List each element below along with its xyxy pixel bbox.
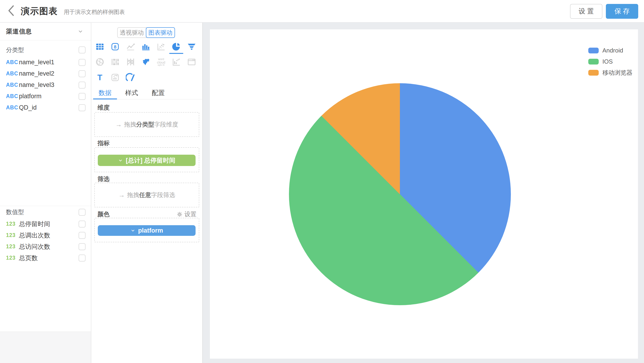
tab-data[interactable]: 数据: [93, 86, 117, 99]
chevron-down-icon: [78, 28, 84, 34]
tab-chart-driven[interactable]: 图表驱动: [146, 27, 175, 38]
settings-button[interactable]: 设 置: [570, 4, 602, 19]
back-button[interactable]: [4, 4, 18, 18]
sidebar-fields: 渠道信息 分类型 ABC name_level1 ABC name_level2…: [0, 23, 91, 363]
chart-type-combo-chart-icon[interactable]: [171, 56, 182, 68]
measure-dropzone[interactable]: [总计] 总停留时间: [94, 147, 199, 172]
chart-type-gauge-chart-icon[interactable]: [125, 72, 136, 83]
filter-label: 筛选: [98, 175, 110, 183]
filter-dropzone[interactable]: → 拖拽任意字段筛选: [94, 183, 199, 208]
arrow-right-icon: →: [115, 121, 122, 128]
categorical-select-all-checkbox[interactable]: [78, 46, 86, 54]
field-type-badge: ABC: [6, 82, 18, 88]
measure-pill-label: [总计] 总停留时间: [126, 156, 175, 164]
chart-type-kline-chart-icon[interactable]: [125, 56, 136, 68]
legend-swatch: [588, 59, 599, 64]
field-row-qd-id[interactable]: ABC QD_id: [0, 102, 91, 113]
chart-type-scatter-chart-icon[interactable]: [156, 41, 167, 52]
page-subtitle: 用于演示文档的样例图表: [64, 8, 125, 16]
field-row-total-visits[interactable]: 123 总访问次数: [0, 241, 91, 252]
field-row-total-callout[interactable]: 123 总调出次数: [0, 230, 91, 241]
chart-type-indicator-card-icon[interactable]: 8: [110, 41, 121, 52]
color-dropzone[interactable]: platform: [94, 218, 199, 242]
measure-pill[interactable]: [总计] 总停留时间: [98, 155, 196, 166]
chart-type-line-chart-icon[interactable]: [125, 41, 136, 52]
field-name: name_level2: [19, 70, 54, 77]
color-pill[interactable]: platform: [98, 225, 196, 236]
chart-type-iframe-icon[interactable]: [186, 56, 197, 68]
field-row-total-pages[interactable]: 123 总页数: [0, 252, 91, 264]
word-cloud-text: agile BI: [158, 64, 164, 66]
chart-type-media-chart-icon[interactable]: [110, 72, 121, 83]
chart-type-pie-chart-icon[interactable]: [171, 41, 182, 52]
chart-legend: Android IOS 移动浏览器: [588, 47, 632, 80]
field-checkbox[interactable]: [78, 220, 86, 228]
legend-label: IOS: [602, 58, 613, 65]
field-row-name-level1[interactable]: ABC name_level1: [0, 57, 91, 68]
header-actions: 设 置 保 存: [570, 4, 638, 19]
tab-pivot-driven[interactable]: 透视驱动: [117, 27, 146, 38]
canvas-area: Android IOS 移动浏览器: [203, 23, 644, 363]
field-type-badge: ABC: [6, 59, 18, 66]
field-type-badge: 123: [6, 244, 18, 250]
tab-style[interactable]: 样式: [120, 86, 144, 99]
chart-type-text-icon[interactable]: T: [94, 72, 106, 83]
sidebar-divider: [0, 206, 91, 206]
chevron-down-icon: [118, 158, 123, 163]
legend-item-android[interactable]: Android: [588, 47, 632, 54]
header: 演示图表 用于演示文档的样例图表 设 置 保 存: [0, 0, 644, 23]
color-pill-label: platform: [138, 227, 163, 234]
color-settings-label: 设置: [184, 210, 196, 218]
field-name: platform: [19, 93, 42, 100]
field-checkbox[interactable]: [78, 82, 86, 88]
dimension-placeholder: 拖拽分类型字段维度: [124, 120, 178, 128]
chart-canvas: Android IOS 移动浏览器: [210, 29, 638, 358]
field-name: name_level1: [19, 59, 54, 66]
chart-type-rose-chart-icon[interactable]: [94, 56, 106, 68]
field-row-platform[interactable]: ABC platform: [0, 91, 91, 102]
field-row-name-level2[interactable]: ABC name_level2: [0, 68, 91, 79]
field-checkbox[interactable]: [78, 70, 86, 77]
chart-type-bar-chart-icon[interactable]: [140, 41, 152, 52]
legend-item-ios[interactable]: IOS: [588, 58, 632, 65]
field-checkbox[interactable]: [78, 59, 86, 66]
chart-type-china-map-icon[interactable]: [140, 56, 152, 68]
field-type-badge: ABC: [6, 70, 18, 77]
field-checkbox[interactable]: [78, 243, 86, 250]
mode-toggle: 透视驱动 图表驱动: [117, 27, 175, 38]
numeric-section-header: 数值型: [0, 208, 91, 216]
chart-config-panel: 透视驱动 图表驱动 8: [91, 23, 203, 363]
field-row-name-level3[interactable]: ABC name_level3: [0, 79, 91, 91]
field-name: name_level3: [19, 82, 54, 88]
field-checkbox[interactable]: [78, 104, 86, 111]
field-type-badge: 123: [6, 232, 18, 238]
save-button[interactable]: 保 存: [606, 4, 638, 19]
dataset-selector[interactable]: 渠道信息: [0, 23, 91, 40]
word-cloud-text: cloud: [157, 60, 165, 64]
filter-placeholder: 拖拽任意字段筛选: [127, 191, 175, 199]
field-name: QD_id: [19, 104, 37, 111]
field-checkbox[interactable]: [78, 254, 86, 262]
field-type-badge: 123: [6, 255, 18, 261]
numeric-select-all-checkbox[interactable]: [78, 209, 86, 216]
legend-item-mobile-browser[interactable]: 移动浏览器: [588, 69, 632, 76]
field-checkbox[interactable]: [78, 232, 86, 239]
chart-type-gantt-chart-icon[interactable]: [110, 56, 121, 68]
field-name: 总停留时间: [19, 220, 50, 228]
chart-type-word-cloud-icon[interactable]: word cloud agile BI: [156, 56, 167, 68]
chart-type-table-icon[interactable]: [94, 41, 106, 52]
sidebar-footer: [0, 332, 91, 363]
field-type-badge: ABC: [6, 104, 18, 111]
field-name: 总页数: [19, 254, 38, 262]
field-name: 总调出次数: [19, 231, 50, 240]
tab-config[interactable]: 配置: [146, 86, 170, 99]
color-label: 颜色: [98, 210, 110, 218]
pie-chart[interactable]: [289, 83, 511, 305]
field-checkbox[interactable]: [78, 93, 86, 100]
field-row-total-stay-time[interactable]: 123 总停留时间: [0, 218, 91, 230]
dimension-dropzone[interactable]: → 拖拽分类型字段维度: [94, 112, 199, 137]
legend-label: Android: [602, 47, 623, 54]
color-settings-button[interactable]: 设置: [176, 210, 196, 218]
chart-type-funnel-chart-icon[interactable]: [186, 41, 197, 52]
legend-swatch: [588, 70, 599, 76]
